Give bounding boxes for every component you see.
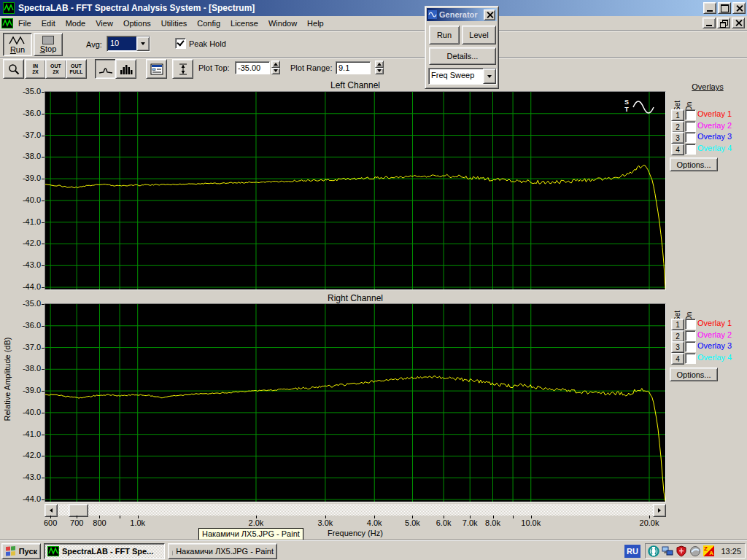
mdi-restore-button[interactable] bbox=[717, 18, 730, 28]
overlay-set-button-1[interactable]: 1 bbox=[671, 319, 684, 330]
y-tick-mark bbox=[42, 456, 44, 456]
right-channel-plot[interactable] bbox=[44, 303, 666, 502]
window-titlebar[interactable]: SpectraLAB - FFT Spectral Analysis Syste… bbox=[0, 0, 747, 16]
start-button[interactable]: Пуск bbox=[1, 543, 41, 559]
generator-close-button[interactable] bbox=[484, 9, 495, 20]
overlay-set-button-3[interactable]: 3 bbox=[671, 132, 684, 144]
maximize-button[interactable] bbox=[718, 2, 731, 14]
mdi-close-button[interactable] bbox=[732, 18, 745, 28]
antivirus-shield-icon[interactable] bbox=[676, 545, 687, 557]
menu-help[interactable]: Help bbox=[302, 17, 329, 30]
menu-license[interactable]: License bbox=[225, 17, 263, 30]
overlays-header: Overlays bbox=[670, 82, 746, 91]
y-tick-label: -36.0 bbox=[7, 109, 41, 118]
menu-view[interactable]: View bbox=[90, 17, 118, 30]
plot-top-spinner[interactable] bbox=[271, 61, 280, 74]
mdi-minimize-button[interactable] bbox=[703, 18, 716, 28]
line-plot-mode-button[interactable] bbox=[95, 59, 116, 79]
overlay-on-checkbox-3[interactable] bbox=[685, 341, 696, 352]
zonealarm-icon[interactable]: Z A bbox=[703, 545, 714, 556]
taskbar-task-spectralab[interactable]: SpectraLAB - FFT Spe... bbox=[44, 543, 165, 559]
menu-edit[interactable]: Edit bbox=[36, 17, 61, 30]
overlay-set-button-4[interactable]: 4 bbox=[671, 353, 684, 365]
overlay-options-button[interactable]: Options... bbox=[670, 368, 718, 381]
y-tick-mark bbox=[42, 201, 44, 201]
media-icon[interactable] bbox=[648, 545, 659, 557]
volume-icon[interactable] bbox=[689, 545, 701, 557]
zoom-out-full-icon: OUTFULL bbox=[70, 63, 83, 75]
overlay-set-button-4[interactable]: 4 bbox=[671, 144, 684, 155]
overlay-label-3: Overlay 3 bbox=[697, 132, 732, 141]
y-tick-label: -35.0 bbox=[7, 299, 41, 308]
generator-details-button[interactable]: Details... bbox=[429, 47, 496, 65]
menu-mode[interactable]: Mode bbox=[61, 17, 91, 30]
overlay-set-button-3[interactable]: 3 bbox=[671, 341, 684, 353]
language-indicator[interactable]: RU bbox=[624, 545, 640, 558]
close-button[interactable] bbox=[732, 2, 746, 14]
menu-options[interactable]: Options bbox=[118, 17, 156, 30]
avg-dropdown-button[interactable] bbox=[136, 36, 150, 51]
zoom-in-2x-button[interactable]: IN2X bbox=[25, 59, 46, 79]
display-options-button[interactable] bbox=[146, 59, 167, 79]
generator-level-button[interactable]: Level bbox=[462, 26, 496, 44]
generator-run-button[interactable]: Run bbox=[429, 26, 460, 44]
main-toolbar: Run Stop Avg: 10 Peak Hold bbox=[0, 31, 747, 58]
overlay-on-checkbox-1[interactable] bbox=[685, 109, 696, 120]
overlay-options-button[interactable]: Options... bbox=[670, 158, 718, 171]
generator-title: Generator bbox=[439, 10, 482, 19]
spin-down-icon bbox=[274, 69, 278, 72]
minimize-button[interactable] bbox=[703, 2, 716, 14]
y-tick-label: -38.0 bbox=[7, 364, 41, 373]
peak-hold-label: Peak Hold bbox=[189, 39, 226, 48]
overlay-on-checkbox-3[interactable] bbox=[685, 132, 696, 143]
y-tick-label: -36.0 bbox=[7, 321, 41, 330]
scroll-right-button[interactable] bbox=[653, 504, 666, 517]
x-tick-label: 4.0k bbox=[358, 518, 390, 527]
overlay-label-4: Overlay 4 bbox=[697, 144, 732, 152]
close-icon bbox=[487, 12, 493, 18]
generator-titlebar[interactable]: Generator bbox=[427, 8, 497, 21]
menu-items: FileEditModeViewOptionsUtilitiesConfigLi… bbox=[13, 17, 329, 30]
generator-mode-dropdown[interactable]: Freq Sweep bbox=[428, 68, 497, 85]
left-channel-plot[interactable]: ST bbox=[44, 91, 666, 290]
system-tray: Z A 13:25 bbox=[645, 543, 746, 559]
plot-range-input[interactable]: 9.1 bbox=[336, 61, 371, 74]
peak-hold-checkbox[interactable] bbox=[175, 38, 186, 49]
stop-button[interactable]: Stop bbox=[34, 33, 63, 56]
mdi-child-icon bbox=[1, 18, 13, 28]
scrollbar-thumb[interactable] bbox=[69, 504, 88, 517]
avg-dropdown[interactable]: 10 bbox=[107, 36, 150, 52]
menu-config[interactable]: Config bbox=[192, 17, 225, 30]
overlay-on-checkbox-4[interactable] bbox=[685, 144, 696, 155]
x-tick-label: 5.0k bbox=[396, 518, 428, 527]
y-tick-label: -39.0 bbox=[7, 386, 41, 395]
taskbar-task-paint[interactable]: Накамичи ЛХ5.JPG - Paint bbox=[168, 543, 277, 559]
stop-icon bbox=[42, 36, 54, 44]
overlay-on-checkbox-2[interactable] bbox=[685, 121, 696, 132]
y-tick-mark bbox=[42, 265, 44, 266]
network-icon[interactable] bbox=[662, 545, 673, 557]
scale-range-button[interactable] bbox=[172, 59, 193, 79]
overlay-on-checkbox-2[interactable] bbox=[685, 330, 696, 341]
zoom-out-2x-icon: OUT2X bbox=[50, 63, 61, 75]
plot-range-spinner[interactable] bbox=[375, 61, 384, 74]
horizontal-scrollbar[interactable] bbox=[44, 504, 666, 516]
bar-plot-mode-button[interactable] bbox=[115, 59, 136, 79]
spectralab-task-icon bbox=[47, 546, 59, 556]
y-tick-mark bbox=[42, 391, 44, 392]
zoom-out-2x-button[interactable]: OUT2X bbox=[45, 59, 66, 79]
overlay-on-checkbox-4[interactable] bbox=[685, 353, 696, 364]
generator-mode-dropdown-button[interactable] bbox=[483, 69, 496, 84]
plot-top-input[interactable]: -35.00 bbox=[235, 61, 270, 74]
menu-utilities[interactable]: Utilities bbox=[156, 17, 192, 30]
zoom-out-full-button[interactable]: OUTFULL bbox=[66, 59, 87, 79]
menu-file[interactable]: File bbox=[13, 17, 36, 30]
menu-window[interactable]: Window bbox=[263, 17, 302, 30]
overlay-set-button-2[interactable]: 2 bbox=[671, 330, 684, 342]
y-tick-label: -44.0 bbox=[7, 282, 41, 292]
overlay-set-button-2[interactable]: 2 bbox=[671, 121, 684, 133]
zoom-tool-button[interactable] bbox=[3, 59, 24, 79]
overlay-on-checkbox-1[interactable] bbox=[685, 319, 696, 330]
run-button[interactable]: Run bbox=[3, 33, 32, 56]
overlay-set-button-1[interactable]: 1 bbox=[671, 109, 684, 121]
